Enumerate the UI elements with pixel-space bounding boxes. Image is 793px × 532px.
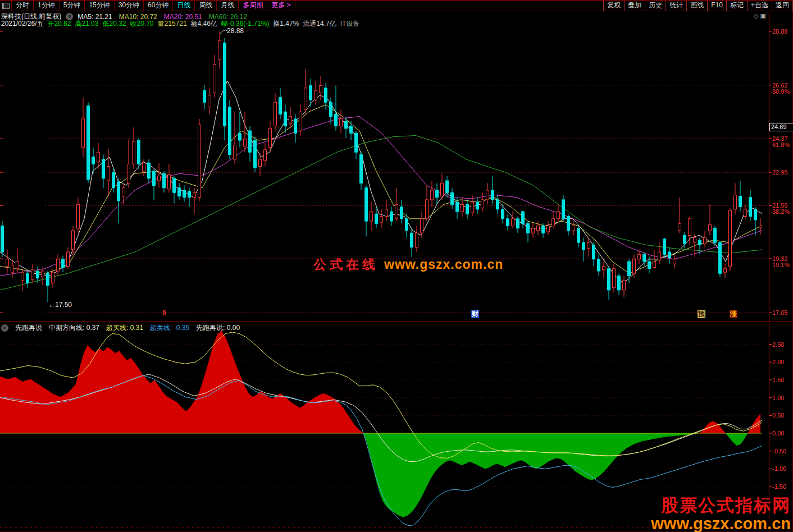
indicator-axis-label: 1.00 [772, 395, 784, 401]
toolbar-item-月线[interactable]: 月线 [217, 1, 239, 11]
toolbar-item-分时[interactable]: 分时 [12, 1, 34, 11]
app-root: 分时1分钟5分钟15分钟30分钟60分钟日线周线月线多周期更多 > 复权叠加历史… [0, 0, 793, 532]
event-marker-预[interactable]: 预 [698, 310, 705, 318]
diamond-icon[interactable]: ◇ ▣ [754, 12, 766, 20]
last-price-box: 24.69 [769, 123, 793, 131]
indicator-axis-label: 2.50 [772, 342, 784, 348]
high-annotation: 28.88 [227, 27, 244, 35]
quote-field: 量215721 [158, 19, 187, 29]
price-axis-label: 17.05 [772, 310, 788, 316]
quote-field: 低20.32 [102, 19, 126, 29]
ma-line-MA10 [0, 105, 762, 274]
indicator-value-label: 先跑再说: 0.00 [196, 323, 240, 333]
toolbar-button-返回[interactable]: 返回 [772, 1, 792, 11]
indicator-axis-label: 0.50 [772, 412, 784, 419]
toolbar-item-30分钟[interactable]: 30分钟 [115, 1, 144, 11]
indicator-axis-label: 2.00 [772, 359, 784, 365]
toolbar-item-日线[interactable]: 日线 [173, 1, 195, 11]
toolbar-item-60分钟[interactable]: 60分钟 [144, 1, 173, 11]
toolbar-item-更多 >[interactable]: 更多 > [267, 1, 295, 11]
toolbar-item-1分钟[interactable]: 1分钟 [34, 1, 60, 11]
fib-percent-label: 80.9% [772, 89, 790, 95]
event-marker-涨[interactable]: 涨 [730, 310, 737, 318]
indicator-value-label: 超买线: 0.31 [106, 323, 143, 333]
quote-field: IT设备 [340, 19, 360, 29]
watermark-cn: 公式在线 [313, 257, 379, 272]
indicator-value-label: 先跑再说 [15, 323, 42, 333]
low-annotation: ←17.50 [48, 301, 72, 309]
indicator-value-label: 超卖线: -0.35 [150, 323, 189, 333]
fib-percent-label: 61.8% [772, 142, 790, 148]
fib-percent-label: 19.1% [772, 262, 790, 268]
toolbar-item-15分钟[interactable]: 15分钟 [85, 1, 114, 11]
watermark-br-title: 股票公式指标网 [651, 497, 791, 515]
fib-percent-label: 38.2% [772, 209, 790, 215]
indicator-header: ∨ 先跑再说中期方向线: 0.37超买线: 0.31超卖线: -0.35先跑再说… [1, 323, 240, 333]
price-axis-label: 28.88 [772, 29, 788, 35]
indicator-axis-label: 0.00 [772, 430, 784, 437]
quote-detail-row: 2021/02/26/五 开20.62高21.03低20.32收20.70量21… [1, 19, 359, 29]
toolbar-button-画线[interactable]: 画线 [686, 1, 707, 11]
indicator-axis-label: -1.50 [772, 484, 786, 490]
toolbar-right: 复权叠加历史统计画线F10标记+自选返回 [603, 1, 793, 11]
quote-field: 开20.62 [47, 19, 71, 29]
chart-window-controls[interactable]: ◇ ▣ [754, 12, 766, 20]
collapse-indicator-icon[interactable]: ∨ [1, 324, 8, 332]
toolbar-item-多周期[interactable]: 多周期 [239, 1, 267, 11]
event-marker-财[interactable]: 财 [471, 310, 479, 318]
indicator-axis-label: -1.00 [772, 466, 786, 472]
toolbar-button-统计[interactable]: 统计 [666, 1, 686, 11]
price-axis-label: 22.95 [772, 169, 788, 176]
indicator-value-label: 中期方向线: 0.37 [49, 323, 99, 333]
toolbar-button-+自选[interactable]: +自选 [747, 1, 772, 11]
toolbar-button-标记[interactable]: 标记 [726, 1, 747, 11]
toolbar-spacer [295, 1, 604, 11]
bottom-right-watermark: 股票公式指标网 www.gszx.com.cn [651, 497, 791, 532]
quote-field: 流通14.7亿 [303, 19, 336, 29]
toolbar-button-叠加[interactable]: 叠加 [624, 1, 645, 11]
quote-date: 2021/02/26/五 [1, 19, 43, 29]
indicator-axis-label: -0.50 [772, 448, 786, 455]
indicator-values: 先跑再说中期方向线: 0.37超买线: 0.31超卖线: -0.35先跑再说: … [15, 323, 240, 333]
toolbar-left: 分时1分钟5分钟15分钟30分钟60分钟日线周线月线多周期更多 > [12, 1, 295, 11]
window-icon[interactable] [0, 1, 12, 11]
ma-line-MA20 [0, 117, 762, 276]
quote-field: 高21.03 [75, 19, 98, 29]
toolbar-button-F10[interactable]: F10 [707, 1, 726, 11]
watermark-url: www.gszx.com.cn [384, 257, 503, 272]
quote-field: 额4.46亿 [191, 19, 217, 29]
period-toolbar: 分时1分钟5分钟15分钟30分钟60分钟日线周线月线多周期更多 > 复权叠加历史… [0, 1, 793, 11]
quote-fields: 开20.62高21.03低20.32收20.70量215721额4.46亿幅-0… [47, 19, 359, 29]
center-watermark: 公式在线www.gszx.com.cn [313, 256, 503, 273]
toolbar-item-周线[interactable]: 周线 [195, 1, 217, 11]
indicator-axis-label: 1.50 [772, 377, 784, 383]
quote-field: 换1.47% [273, 19, 299, 29]
event-marker-§[interactable]: § [162, 309, 167, 317]
quote-field: 收20.70 [130, 19, 154, 29]
toolbar-button-历史[interactable]: 历史 [645, 1, 666, 11]
toolbar-button-复权[interactable]: 复权 [603, 1, 624, 11]
toolbar-item-5分钟[interactable]: 5分钟 [60, 1, 85, 11]
watermark-br-url: www.gszx.com.cn [651, 515, 791, 532]
